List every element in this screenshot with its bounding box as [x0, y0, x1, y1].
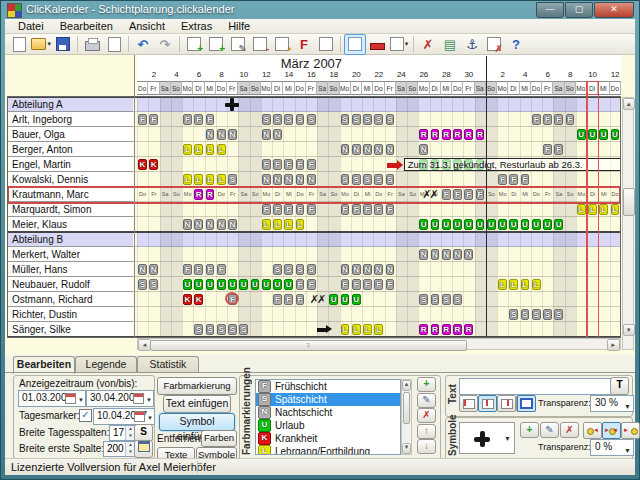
- textmark-mode-icon[interactable]: [366, 34, 388, 55]
- weekday-header-cell[interactable]: Mi: [441, 81, 452, 95]
- menu-bearbeiten[interactable]: Bearbeiten: [53, 20, 120, 32]
- new-document-icon[interactable]: [8, 34, 30, 55]
- date-from-field[interactable]: 01.03.2007 ▼: [18, 390, 86, 407]
- text-transparenz-dropdown[interactable]: 30 % ▼: [590, 395, 634, 412]
- tagesspalten-stepper[interactable]: 17 ▲▼: [109, 425, 136, 441]
- farbmarkierung-einfuegen-button[interactable]: Farbmarkierung einfügen: [157, 377, 237, 395]
- weekday-header-cell[interactable]: Mi: [598, 81, 609, 95]
- print-preview-icon[interactable]: [103, 34, 125, 55]
- legend-item-N[interactable]: NNachtschicht: [256, 406, 400, 419]
- tab-legende[interactable]: Legende: [75, 356, 137, 373]
- font-icon[interactable]: F: [293, 34, 315, 55]
- farbmarkierungen-list[interactable]: FFrühschichtSSpätschichtNNachtschichtUUr…: [255, 379, 401, 455]
- tagesmarker-checkbox[interactable]: ✓: [79, 409, 92, 422]
- weekday-header-cell[interactable]: Mo: [497, 81, 508, 95]
- legend-move-down-button[interactable]: ↓: [417, 439, 436, 454]
- symbol-einfuegen-button[interactable]: Symbol einfügen: [159, 413, 235, 431]
- maximize-button[interactable]: ▢: [565, 2, 593, 18]
- weekday-header-cell[interactable]: Do: [452, 81, 463, 95]
- text-position-toggle-0[interactable]: [459, 395, 478, 412]
- legend-edit-button[interactable]: ✎: [417, 393, 436, 408]
- format-marking-icon[interactable]: ▪: [271, 34, 293, 55]
- symbol-position-toggle-1[interactable]: ◄►: [602, 422, 621, 439]
- date-to-field[interactable]: 30.04.2007 ▼: [86, 390, 154, 407]
- open-file-icon[interactable]: ▾: [30, 34, 52, 55]
- weekday-header-cell[interactable]: Sa: [160, 81, 171, 95]
- anchor-icon[interactable]: ⚓: [461, 34, 483, 55]
- delete-marking-icon[interactable]: -: [249, 34, 271, 55]
- weekday-header-cell[interactable]: Mi: [520, 81, 531, 95]
- text-input[interactable]: [459, 378, 612, 395]
- weekday-header-cell[interactable]: Fr: [385, 81, 396, 95]
- tab-statistik[interactable]: Statistik: [137, 356, 199, 373]
- weekday-header-cell[interactable]: So: [486, 81, 497, 95]
- menu-datei[interactable]: Datei: [11, 20, 51, 32]
- redo-icon[interactable]: ↷: [154, 34, 176, 55]
- scroll-up-icon[interactable]: ▲: [623, 98, 635, 110]
- edit-marking-icon[interactable]: ✎: [227, 34, 249, 55]
- weekday-header-cell[interactable]: Fr: [306, 81, 317, 95]
- weekday-header-cell[interactable]: Di: [351, 81, 362, 95]
- scrollbar-thumb[interactable]: ≡: [150, 340, 467, 352]
- weekday-header-cell[interactable]: Mi: [362, 81, 373, 95]
- weekday-header-cell[interactable]: Mi: [283, 81, 294, 95]
- weekday-header-cell[interactable]: Fr: [227, 81, 238, 95]
- weekday-header-cell[interactable]: So: [565, 81, 576, 95]
- chevron-down-icon[interactable]: ▼: [504, 435, 511, 442]
- weekday-header-cell[interactable]: So: [407, 81, 418, 95]
- text-position-toggle-2[interactable]: [497, 395, 516, 412]
- weekday-header-cell[interactable]: Mo: [182, 81, 193, 95]
- legend-item-K[interactable]: KKrankheit: [256, 432, 400, 445]
- symbol-position-toggle-0[interactable]: ◄: [583, 422, 602, 439]
- scroll-down-icon[interactable]: ▼: [402, 443, 411, 454]
- weekday-header-cell[interactable]: Sa: [238, 81, 249, 95]
- erste-spalte-stepper[interactable]: 200 ▲▼: [103, 441, 136, 457]
- erste-spalte-window-button[interactable]: [134, 440, 153, 458]
- scroll-down-icon[interactable]: ▼: [623, 324, 635, 336]
- export-page-icon[interactable]: ✗: [417, 34, 439, 55]
- chevron-down-icon[interactable]: ▼: [78, 394, 84, 407]
- weekday-header-cell[interactable]: Di: [430, 81, 441, 95]
- weekday-header-cell[interactable]: Sa: [553, 81, 564, 95]
- weekday-header-cell[interactable]: Mi: [205, 81, 216, 95]
- legend-item-L[interactable]: LLehrgang/Fortbildung: [256, 445, 400, 455]
- legend-item-U[interactable]: UUrlaub: [256, 419, 400, 432]
- scrollbar-thumb[interactable]: [623, 188, 635, 216]
- legend-scrollbar[interactable]: ▲ ▼: [401, 379, 412, 455]
- legend-delete-button[interactable]: ✗: [417, 408, 436, 423]
- tagesmarker-date-field[interactable]: 10.04.2007 ▼: [93, 408, 155, 425]
- window-layout-icon[interactable]: [315, 34, 337, 55]
- weekday-header-cell[interactable]: Di: [272, 81, 283, 95]
- legend-add-button[interactable]: +: [417, 377, 436, 392]
- menu-ansicht[interactable]: Ansicht: [122, 20, 172, 32]
- text-frame-toggle[interactable]: [517, 395, 536, 412]
- weekday-header-cell[interactable]: Sa: [475, 81, 486, 95]
- weekday-header-cell[interactable]: Do: [610, 81, 621, 95]
- scrollbar-thumb[interactable]: [403, 392, 410, 424]
- calendar-icon[interactable]: [65, 393, 76, 404]
- vertical-scrollbar[interactable]: ▲▼: [622, 97, 634, 350]
- menu-extras[interactable]: Extras: [174, 20, 219, 32]
- weekday-header-cell[interactable]: Do: [216, 81, 227, 95]
- symbol-transparenz-dropdown[interactable]: 0 % ▼: [590, 439, 634, 456]
- weekday-header-cell[interactable]: Do: [137, 81, 148, 95]
- insert-marking-alt-icon[interactable]: +: [205, 34, 227, 55]
- weekday-header-cell[interactable]: Mo: [340, 81, 351, 95]
- delete-day-icon[interactable]: ✗: [483, 34, 505, 55]
- menu-hilfe[interactable]: Hilfe: [221, 20, 257, 32]
- calendar-icon[interactable]: [134, 411, 145, 422]
- symbol-delete-button[interactable]: ✗: [560, 422, 579, 438]
- text-position-toggle-1[interactable]: [478, 395, 497, 412]
- undo-icon[interactable]: ↶: [132, 34, 154, 55]
- insert-marking-icon[interactable]: +: [183, 34, 205, 55]
- weekday-header-cell[interactable]: Fr: [542, 81, 553, 95]
- symbol-position-toggle-2[interactable]: ►: [621, 422, 640, 439]
- legend-item-F[interactable]: FFrühschicht: [256, 380, 400, 393]
- legend-move-up-button[interactable]: ↑: [417, 424, 436, 439]
- weekday-header-cell[interactable]: Sa: [396, 81, 407, 95]
- export-image-icon[interactable]: ▤: [439, 34, 461, 55]
- legend-item-S[interactable]: SSpätschicht: [256, 393, 400, 406]
- title-bar[interactable]: ClicKalender - Schichtplanung.clickalend…: [0, 0, 640, 19]
- weekday-header-cell[interactable]: Di: [508, 81, 519, 95]
- colormark-mode-icon[interactable]: [344, 34, 366, 55]
